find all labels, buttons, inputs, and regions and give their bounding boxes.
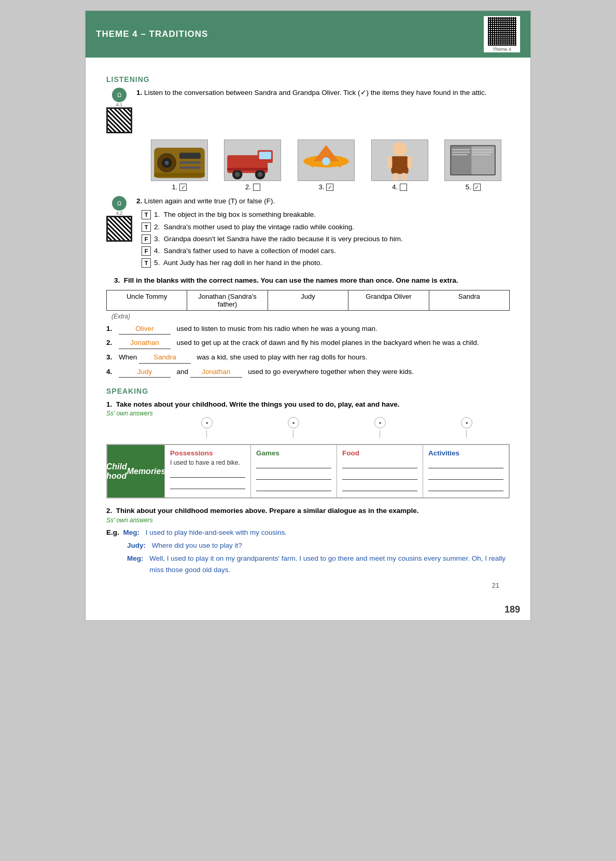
img-label-4: 4. <box>392 183 407 191</box>
radio-line-v-3 <box>380 430 380 438</box>
audio-block-2: Ω 4.2 <box>106 196 132 242</box>
img-label-3: 3. <box>319 183 334 191</box>
svg-rect-6 <box>179 166 201 169</box>
games-line-3 <box>256 482 331 491</box>
img-num-1: 1. <box>172 183 177 191</box>
games-line-1 <box>256 459 331 468</box>
img-item-5: 5. <box>444 140 501 191</box>
exercise-2-instruction: Listen again and write true (T) or false… <box>144 197 275 205</box>
svg-point-14 <box>258 172 263 177</box>
tf-badge-1: T <box>142 210 151 219</box>
mem-col-activities: Activities <box>423 445 509 497</box>
fill-answer-4a: Judy <box>119 366 171 378</box>
speaking-exercises: 1. Take notes about your childhood. Writ… <box>106 399 510 498</box>
dialogue-text-2: Where did you use to play it? <box>152 540 242 552</box>
ss-own-1: Ss' own answers <box>106 410 510 417</box>
activities-line-1 <box>428 459 503 468</box>
speaker-meg-1: Meg: <box>123 527 140 539</box>
dialogue-box: E.g. Meg: I used to play hide-and-seek w… <box>106 527 510 577</box>
tf-badge-3: F <box>142 234 151 244</box>
img-item-1: 1. <box>151 140 208 191</box>
theme-label: Theme 4 <box>493 47 511 52</box>
persons-row: ⚬ ⚬ ⚬ ⚬ <box>163 417 510 438</box>
possessions-title: Possessions <box>170 449 245 457</box>
tf-badge-5: T <box>142 258 151 268</box>
fill-content-1: Oliver used to listen to music from his … <box>119 323 377 335</box>
audio-num-box-2: Ω 4.2 <box>106 196 132 242</box>
speaker-judy-1: Judy: <box>127 540 146 552</box>
theme-header: THEME 4 – TRADITIONS Theme 4 <box>86 11 530 58</box>
img-item-3: 3. <box>298 140 355 191</box>
exercise-3-text: 3. Fill in the blanks with the correct n… <box>106 275 510 286</box>
svg-point-3 <box>165 161 169 165</box>
person-icon-2: ⚬ <box>288 417 299 428</box>
dialogue-line-1: E.g. Meg: I used to play hide-and-seek w… <box>106 527 510 539</box>
mem-col-games: Games <box>250 445 337 497</box>
person-icon-3: ⚬ <box>374 417 386 428</box>
img-label-5: 5. <box>466 183 481 191</box>
img-truck <box>224 140 281 181</box>
fill-answer-3: Sandra <box>139 352 191 364</box>
person-icon-1: ⚬ <box>201 417 213 428</box>
audio-icon-1[interactable]: Ω <box>112 88 127 102</box>
tf-list: T 1. The object in the big box is someth… <box>142 210 510 268</box>
book-svg <box>445 140 501 180</box>
fill-item-2: 2. Jonathan used to get up at the crack … <box>106 337 510 349</box>
truck-svg <box>225 140 281 180</box>
svg-rect-31 <box>452 151 470 152</box>
qr-code-header: Theme 4 <box>484 16 520 52</box>
omega-symbol-2: Ω <box>117 200 121 206</box>
img-num-2: 2. <box>245 183 251 191</box>
possessions-line-2 <box>170 480 245 489</box>
page-number-outer: 189 <box>505 604 520 615</box>
possessions-line-1 <box>170 468 245 478</box>
exercise-3: 3. Fill in the blanks with the correct n… <box>106 275 510 378</box>
checkbox-2 <box>253 184 260 191</box>
speaking-ex2-instruction: Think about your childhood memories abov… <box>116 507 419 515</box>
exercise-1-row: Ω 4.1 1. Listen to the conversation betw… <box>106 88 510 133</box>
exercise-2-content: 2. Listen again and write true (T) or fa… <box>136 196 510 270</box>
dialogue-text-1: I used to play hide-and-seek with my cou… <box>146 527 287 539</box>
exercise-num-3: 3. <box>114 276 120 284</box>
page-body: LISTENING Ω 4.1 1. Listen to the convers… <box>86 58 530 600</box>
radio-line-v-4 <box>466 430 467 438</box>
radio-line-3: ⚬ <box>374 417 386 438</box>
games-line-2 <box>256 470 331 480</box>
svg-point-21 <box>393 142 407 156</box>
audio-label-2: 4.2 <box>116 211 123 216</box>
radio-line-v-1 <box>206 430 207 438</box>
mem-col-possessions: Possessions I used to have a red bike. <box>164 445 250 497</box>
audio-num-box-1: Ω 4.1 <box>106 88 132 133</box>
svg-rect-25 <box>393 173 398 180</box>
fill-item-4: 4. Judy and Jonathan used to go everywhe… <box>106 366 510 378</box>
svg-rect-5 <box>179 161 201 164</box>
omega-symbol: Ω <box>117 92 121 98</box>
svg-rect-10 <box>259 151 271 159</box>
img-item-4: 4. <box>371 140 428 191</box>
tf-item-1: T 1. The object in the big box is someth… <box>142 210 510 220</box>
audio-icon-2[interactable]: Ω <box>112 196 127 211</box>
checkbox-4 <box>400 184 407 191</box>
svg-rect-22 <box>391 156 408 174</box>
img-num-4: 4. <box>392 183 398 191</box>
exercise-2-text: 2. Listen again and write true (T) or fa… <box>136 196 510 206</box>
food-line-3 <box>342 482 417 491</box>
images-row: 1. <box>143 140 510 191</box>
tf-badge-4: F <box>142 246 151 256</box>
radio-svg <box>151 140 207 180</box>
eg-label: E.g. <box>106 527 121 539</box>
speaking-ex2: 2. Think about your childhood memories a… <box>106 506 510 576</box>
img-num-5: 5. <box>466 183 471 191</box>
checkbox-5 <box>473 184 481 191</box>
svg-point-20 <box>322 157 330 165</box>
activities-title: Activities <box>428 449 503 457</box>
listening-label: LISTENING <box>106 75 510 84</box>
dialogue-line-2: Judy: Where did you use to play it? <box>127 540 510 552</box>
img-book <box>444 140 501 181</box>
audio-label-1: 4.1 <box>116 102 123 107</box>
svg-rect-30 <box>452 149 470 150</box>
exercise-3-instruction: Fill in the blanks with the correct name… <box>124 276 458 284</box>
speaking-ex1-instruction: Take notes about your childhood. Write t… <box>116 400 400 408</box>
possessions-note: I used to have a red bike. <box>170 459 245 466</box>
svg-rect-33 <box>472 149 493 150</box>
